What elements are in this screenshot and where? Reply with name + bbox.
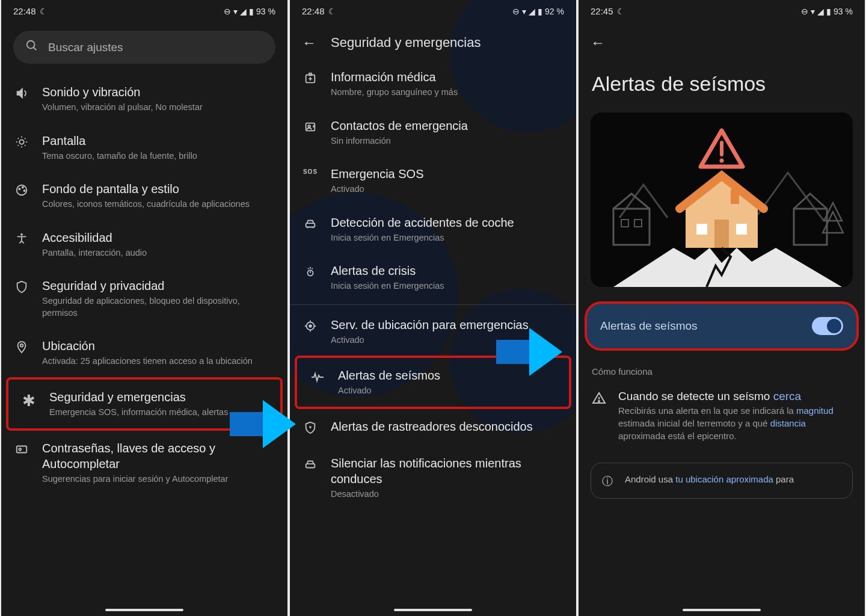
search-input[interactable]: Buscar ajustes xyxy=(13,31,275,64)
item-sub: Sin información xyxy=(331,135,564,147)
item-crash-detection[interactable]: Detección de accidentes de coche Inicia … xyxy=(290,205,576,254)
item-passwords[interactable]: Contraseñas, llaves de acceso y Autocomp… xyxy=(1,431,287,495)
item-sound[interactable]: Sonido y vibración Volumen, vibración al… xyxy=(1,75,287,123)
emergency-icon: ✱ xyxy=(20,392,37,410)
item-title: Alertas de rastreadores desconocidos xyxy=(331,419,564,434)
item-tracker-alerts[interactable]: Alertas de rastreadores desconocidos xyxy=(290,409,576,446)
item-location[interactable]: Ubicación Activada: 25 aplicaciones tien… xyxy=(1,328,287,377)
item-crisis-alerts[interactable]: Alertas de crisis Inicia sesión en Emerg… xyxy=(290,253,576,302)
svg-point-7 xyxy=(19,140,23,144)
svg-rect-31 xyxy=(731,189,739,204)
link-distancia[interactable]: distancia xyxy=(770,418,806,428)
item-wallpaper[interactable]: Fondo de pantalla y estilo Colores, icon… xyxy=(1,171,287,220)
svg-point-13 xyxy=(20,344,23,347)
info-location-footer: ⓘ Android usa tu ubicación aproximada pa… xyxy=(591,463,853,499)
item-driving-notifications[interactable]: Silenciar las notificaciones mientras co… xyxy=(290,446,576,510)
location-target-icon xyxy=(302,319,319,333)
item-medical-info[interactable]: Información médica Nombre, grupo sanguín… xyxy=(290,60,576,108)
svg-point-4 xyxy=(27,41,35,49)
info-nearby-quake: Cuando se detecte un seísmo cerca Recibi… xyxy=(579,381,865,451)
item-security-privacy[interactable]: Seguridad y privacidad Seguridad de apli… xyxy=(1,268,287,328)
svg-point-22 xyxy=(309,325,312,327)
clock: 22:45 xyxy=(591,6,613,16)
svg-point-11 xyxy=(23,190,25,191)
svg-point-10 xyxy=(22,186,23,188)
back-button[interactable]: ← xyxy=(302,34,316,51)
dnd-icon: ☾ xyxy=(40,7,48,16)
item-emergency-location[interactable]: Serv. de ubicación para emergencias Acti… xyxy=(290,307,576,356)
item-accessibility[interactable]: Accesibilidad Pantalla, interacción, aud… xyxy=(1,220,287,269)
search-placeholder: Buscar ajustes xyxy=(48,41,123,54)
link-location[interactable]: tu ubicación aproximada xyxy=(675,474,773,484)
car-mute-icon xyxy=(302,458,319,471)
item-safety-emergency[interactable]: ✱ Seguridad y emergencias Emergencia SOS… xyxy=(6,377,283,431)
battery-pct: 93 % xyxy=(256,7,275,16)
item-earthquake-alerts[interactable]: Alertas de seísmos Activado xyxy=(295,356,571,409)
svg-rect-27 xyxy=(613,209,650,245)
svg-rect-28 xyxy=(621,220,628,227)
item-sub: Colores, iconos temáticos, cuadrícula de… xyxy=(42,199,275,211)
svg-point-23 xyxy=(310,427,311,428)
earthquake-toggle-row[interactable]: Alertas de seísmos xyxy=(585,301,859,351)
item-title: Seguridad y privacidad xyxy=(42,278,275,294)
battery-pct: 92 % xyxy=(545,7,564,16)
screen-settings: 22:48 ☾ ⊖ ▾ ◢ ▮ 93 % Buscar ajustes Soni… xyxy=(1,0,287,616)
dnd-icon: ☾ xyxy=(328,7,336,16)
svg-rect-30 xyxy=(794,209,827,245)
status-bar: 22:48 ☾ ⊖ ▾ ◢ ▮ 93 % xyxy=(1,0,287,20)
nav-pill[interactable] xyxy=(394,609,472,611)
item-title: Detección de accidentes de coche xyxy=(331,215,564,230)
svg-point-9 xyxy=(19,188,20,189)
item-title: Contraseñas, llaves de acceso y Autocomp… xyxy=(42,440,275,472)
info-title: Cuando se detecte un seísmo cerca xyxy=(618,390,852,403)
clock: 22:48 xyxy=(302,6,325,16)
hero-illustration xyxy=(591,112,853,287)
contacts-icon xyxy=(302,120,319,134)
item-title: Accesibilidad xyxy=(42,230,275,245)
item-sub: Tema oscuro, tamaño de la fuente, brillo xyxy=(42,150,275,162)
status-bar: 22:45 ☾ ⊖ ▾ ◢ ▮ 93 % xyxy=(579,0,865,20)
back-button[interactable]: ← xyxy=(591,34,605,51)
svg-rect-19 xyxy=(306,223,315,227)
brightness-icon xyxy=(13,135,30,149)
item-title: Serv. de ubicación para emergencias xyxy=(331,317,564,333)
page-title: Seguridad y emergencias xyxy=(331,35,481,51)
link-cerca[interactable]: cerca xyxy=(773,390,801,402)
item-emergency-sos[interactable]: SOS Emergencia SOS Activado xyxy=(290,156,576,205)
nav-pill[interactable] xyxy=(105,609,183,611)
wifi-icon: ▾ xyxy=(522,7,526,16)
clock: 22:48 xyxy=(13,6,36,16)
search-icon xyxy=(25,39,38,55)
item-title: Alertas de seísmos xyxy=(338,368,557,383)
svg-rect-29 xyxy=(634,220,642,227)
divider xyxy=(290,304,576,305)
svg-point-18 xyxy=(308,125,310,128)
item-sub: Pantalla, interacción, audio xyxy=(42,247,275,259)
item-sub: Activado xyxy=(338,385,557,397)
link-magnitud[interactable]: magnitud xyxy=(796,405,834,416)
item-title: Ubicación xyxy=(42,338,275,354)
item-title: Pantalla xyxy=(42,133,275,149)
wifi-icon: ▾ xyxy=(233,7,238,16)
item-sub: Seguridad de aplicaciones, bloqueo del d… xyxy=(42,295,275,319)
svg-point-15 xyxy=(19,448,21,451)
item-sub: Volumen, vibración al pulsar, No molesta… xyxy=(42,102,275,114)
signal-icon: ◢ xyxy=(240,7,247,16)
item-sub: Nombre, grupo sanguíneo y más xyxy=(331,87,564,99)
svg-point-12 xyxy=(20,233,23,236)
svg-point-36 xyxy=(598,401,600,402)
minus-icon: ⊖ xyxy=(224,7,231,16)
page-title: Alertas de seísmos xyxy=(579,51,865,112)
screen-earthquake-alerts: 22:45 ☾ ⊖ ▾ ◢ ▮ 93 % ← Alertas de seísmo… xyxy=(579,0,865,616)
svg-line-5 xyxy=(34,48,37,51)
item-display[interactable]: Pantalla Tema oscuro, tamaño de la fuent… xyxy=(1,123,287,172)
toggle-label: Alertas de seísmos xyxy=(600,319,698,333)
accessibility-icon xyxy=(13,232,30,245)
svg-rect-24 xyxy=(306,464,315,467)
battery-icon: ▮ xyxy=(249,7,254,16)
item-title: Información médica xyxy=(331,69,564,85)
nav-pill[interactable] xyxy=(683,609,761,611)
toggle-switch[interactable] xyxy=(812,317,843,335)
svg-rect-33 xyxy=(736,224,747,235)
item-emergency-contacts[interactable]: Contactos de emergencia Sin información xyxy=(290,108,576,157)
